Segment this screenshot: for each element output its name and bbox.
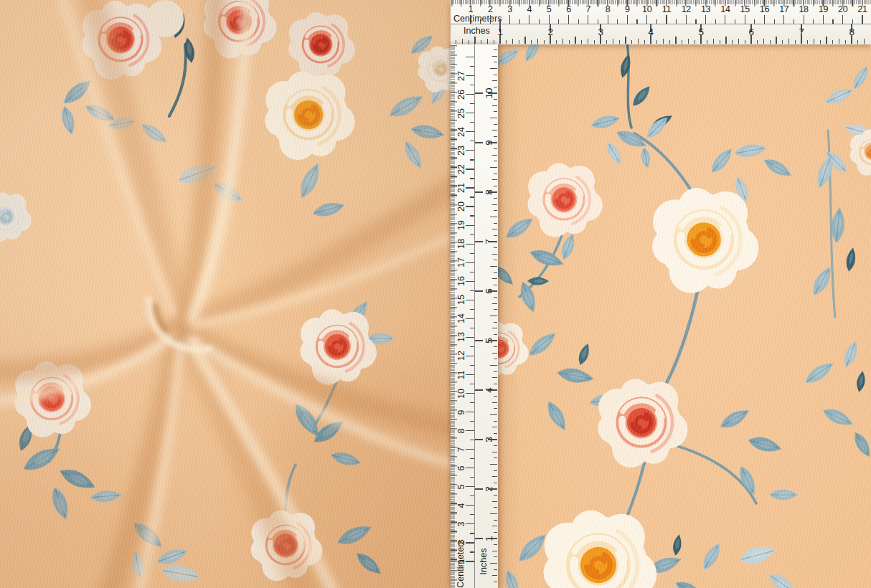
cm-tick [466, 187, 474, 188]
eighth-inch-tick [494, 49, 497, 50]
cm-tick [608, 15, 608, 24]
eighth-inch-tick [490, 217, 497, 217]
eighth-inch-tick [820, 40, 821, 44]
eighth-inch-tick [492, 303, 498, 304]
cm-number: 2 [488, 4, 493, 14]
eighth-inch-tick [682, 40, 682, 44]
eighth-inch-tick [494, 260, 497, 260]
cm-tick [686, 15, 687, 24]
cm-number: 17 [779, 4, 788, 14]
centimeters-label: Centimeters [453, 14, 502, 24]
eighth-inch-tick [619, 40, 620, 44]
eighth-inch-tick [494, 445, 497, 446]
eighth-inch-tick [494, 186, 497, 186]
cm-tick [466, 262, 474, 263]
eighth-inch-tick [492, 501, 498, 502]
eighth-inch-tick [494, 396, 497, 397]
cm-tick [509, 15, 510, 24]
eighth-inch-tick [488, 142, 497, 143]
cm-tick [466, 449, 474, 450]
eighth-inch-tick [845, 40, 846, 44]
eighth-inch-tick [644, 40, 645, 44]
fabric-product-photo: Centimeters Inches 123456789101112131415… [0, 0, 871, 588]
eighth-inch-tick [488, 439, 497, 440]
eighth-inch-tick [669, 40, 670, 44]
cm-number: 4 [527, 4, 532, 14]
eighth-inch-tick [492, 155, 498, 156]
half-cm-tick [470, 533, 474, 534]
eighth-inch-tick [732, 40, 733, 44]
half-cm-tick [499, 19, 500, 24]
eighth-inch-tick [494, 235, 497, 236]
cm-tick [466, 131, 474, 132]
eighth-inch-tick [839, 39, 839, 44]
eighth-inch-tick [494, 198, 497, 199]
eighth-inch-tick [490, 464, 497, 465]
ruler-divider-line [474, 44, 475, 588]
cm-number: 5 [547, 4, 552, 14]
cm-tick [466, 356, 474, 356]
eighth-inch-tick [494, 285, 497, 285]
half-cm-tick [470, 122, 474, 123]
cm-tick [466, 94, 474, 95]
swirled-fabric-photo [0, 0, 451, 588]
cm-tick [466, 523, 474, 524]
cm-tick [466, 412, 474, 412]
eighth-inch-tick [544, 40, 545, 44]
half-cm-tick [470, 85, 474, 85]
cm-tick [466, 561, 474, 561]
vertical-ruler: Centimeters Inches 123456789101112131415… [451, 44, 498, 588]
eighth-inch-tick [650, 34, 651, 44]
half-cm-tick [470, 477, 474, 478]
eighth-inch-tick [707, 40, 707, 44]
half-cm-tick [480, 19, 481, 24]
eighth-inch-tick [492, 353, 498, 354]
cm-tick [529, 15, 529, 24]
cm-tick [466, 505, 474, 506]
half-cm-tick [470, 458, 474, 459]
eighth-inch-tick [494, 346, 497, 347]
cm-tick [764, 15, 765, 24]
eighth-inch-tick [631, 40, 632, 44]
half-cm-tick [794, 19, 794, 24]
cm-tick [862, 15, 862, 24]
inch-tick [475, 93, 483, 93]
eighth-inch-tick [490, 167, 497, 168]
eighth-inch-tick [494, 582, 497, 582]
eighth-inch-tick [494, 136, 497, 137]
half-cm-tick [598, 19, 598, 24]
eighth-inch-tick [490, 118, 497, 118]
eighth-inch-tick [663, 39, 664, 44]
eighth-inch-tick [494, 495, 497, 495]
eighth-inch-tick [492, 575, 498, 576]
eighth-inch-tick [494, 148, 497, 149]
eighth-inch-tick [656, 40, 657, 44]
eighth-inch-tick [575, 37, 575, 44]
eighth-inch-tick [512, 39, 513, 44]
eighth-inch-tick [492, 204, 498, 205]
cm-tick [466, 169, 474, 169]
eighth-inch-tick [499, 34, 500, 44]
inch-tick [475, 439, 483, 440]
flat-fabric-swatch [498, 44, 871, 588]
half-cm-tick [578, 19, 579, 24]
cm-tick [823, 15, 824, 24]
half-cm-tick [774, 19, 775, 24]
eighth-inch-tick [594, 40, 595, 44]
cm-tick [725, 15, 725, 24]
eighth-inch-tick [494, 111, 497, 112]
eighth-inch-tick [488, 488, 497, 489]
cm-number: 1 [469, 4, 474, 14]
half-cm-tick [470, 421, 474, 422]
flat-fabric-art [498, 44, 871, 588]
inch-tick [475, 191, 483, 192]
eighth-inch-tick [770, 40, 771, 44]
half-cm-tick [470, 196, 474, 197]
eighth-inch-tick [494, 309, 497, 310]
cm-tick [466, 150, 474, 151]
cm-tick [627, 15, 628, 24]
eighth-inch-tick [492, 229, 498, 229]
cm-tick [466, 75, 474, 76]
eighth-inch-tick [492, 179, 498, 180]
eighth-inch-tick [488, 538, 497, 539]
